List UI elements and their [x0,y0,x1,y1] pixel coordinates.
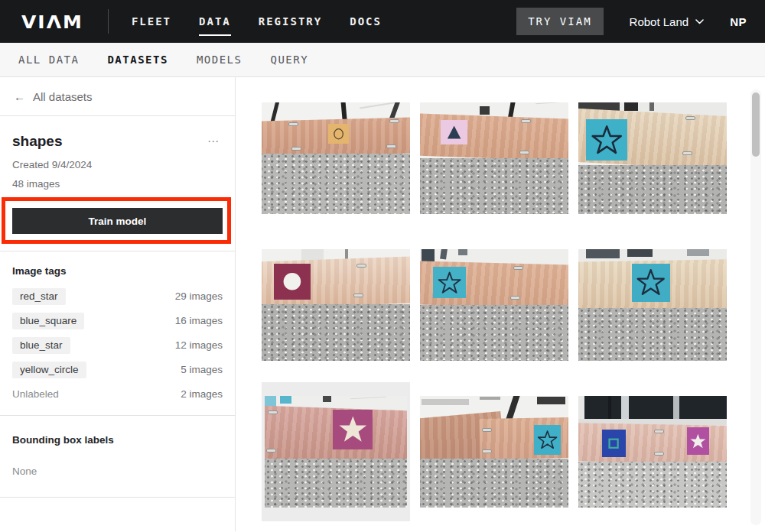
photo-thumbnail [578,102,727,214]
try-viam-button[interactable]: TRY VIAM [516,8,603,35]
tag-count: 5 images [181,364,223,375]
carpet-floor [578,308,727,361]
dataset-created-date: Created 9/4/2024 [12,159,223,170]
tab-query[interactable]: QUERY [270,54,308,66]
circle-fill-icon [278,268,307,295]
square-outline-icon [604,433,623,454]
metal-bracket [386,144,396,148]
data-section-tabs: ALL DATA DATASETS MODELS QUERY [0,43,765,77]
tab-models[interactable]: MODELS [197,54,243,66]
board-corner-teal-star[interactable] [420,396,568,508]
top-nav: VIΛM FLEET DATA REGISTRY DOCS TRY VIAM R… [0,0,765,43]
tag-pill-blue-star[interactable]: blue_star [12,337,70,354]
tag-pill-yellow-circle[interactable]: yellow_circle [12,362,86,378]
metal-bracket [288,122,298,126]
board-teal-star-close[interactable] [578,102,727,214]
bounding-box-heading: Bounding box labels [12,434,223,446]
back-all-datasets-link[interactable]: ← All datasets [14,90,93,103]
carpet-floor [262,304,410,361]
train-model-button[interactable]: Train model [12,208,223,234]
photo-thumbnail [420,249,568,361]
tab-datasets[interactable]: DATASETS [107,54,168,66]
triangle-fill-icon [444,123,464,142]
star-fill-card [333,410,373,450]
metal-bracket [513,266,523,270]
board-teal-star-center[interactable] [578,249,727,361]
chevron-down-icon [695,19,704,24]
star-outline-icon [437,271,462,295]
nav-item-data[interactable]: DATA [199,15,231,28]
carpet-floor [420,158,568,214]
star-outline-icon [636,268,666,297]
scrollbar-thumb[interactable] [752,92,760,157]
metal-bracket [353,294,363,297]
tag-row-unlabeled: Unlabeled 2 images [12,385,223,403]
metal-bracket [510,296,520,300]
viam-logo[interactable]: VIΛM [21,11,83,32]
metal-bracket [482,449,492,453]
circle-outline-icon [330,126,347,141]
metal-bracket [389,119,399,123]
triangle-fill-card [441,120,467,144]
photo-thumbnail [265,396,407,508]
nav-divider [108,9,109,34]
star-fill-card [687,427,709,456]
tab-all-data[interactable]: ALL DATA [18,54,79,66]
photo-thumbnail [420,396,568,508]
nav-item-fleet[interactable]: FLEET [132,15,171,28]
scrollbar-track[interactable] [750,89,761,525]
metal-bracket [685,116,695,120]
dataset-title: shapes [12,133,62,150]
tag-pill-red-star[interactable]: red_star [12,288,66,305]
dataset-image-count: 48 images [12,178,223,190]
tag-row: blue_square 16 images [12,312,223,329]
board-pink-triangle[interactable] [420,102,568,214]
circle-fill-card [274,264,311,300]
circle-outline-card [328,124,349,144]
bounding-box-value: None [12,466,223,477]
star-outline-card [586,119,627,161]
metal-bracket [268,410,278,414]
tag-count: 2 images [181,388,223,400]
carpet-floor [578,165,727,214]
image-grid [262,102,727,508]
board-maroon-circle[interactable] [262,249,410,361]
overflow-menu-button[interactable]: ⋯ [204,133,223,150]
metal-bracket [356,264,366,268]
carpet-floor [578,462,727,508]
org-name: Robot Land [630,15,689,28]
user-avatar[interactable]: NP [730,15,747,28]
tag-row: yellow_circle 5 images [12,361,223,378]
image-tags-heading: Image tags [12,265,223,277]
board-blue-square-pink-star[interactable] [578,396,727,508]
metal-bracket [266,449,276,453]
tag-pill-blue-square[interactable]: blue_square [12,313,84,329]
tag-count: 29 images [175,290,223,302]
tag-row: blue_star 12 images [12,336,223,354]
tag-count: 12 images [175,339,223,351]
viam-data-app: VIΛM FLEET DATA REGISTRY DOCS TRY VIAM R… [0,0,765,532]
carpet-floor [420,305,568,361]
board-magenta-star-letterbox[interactable] [262,382,410,521]
star-fill-icon [689,430,707,452]
nav-item-registry[interactable]: REGISTRY [259,15,322,28]
carpet-floor [420,459,568,508]
metal-bracket [519,151,529,154]
board-yellow-circle[interactable] [262,102,410,214]
metal-bracket [482,428,492,432]
metal-bracket [654,452,664,456]
star-fill-icon [337,414,369,445]
dataset-sidebar: ← All datasets shapes ⋯ Created 9/4/2024… [0,77,236,531]
star-outline-card [534,425,561,455]
carpet-floor [262,154,410,214]
photo-thumbnail [578,396,727,508]
image-gallery [236,77,765,531]
org-selector[interactable]: Robot Land [630,15,705,28]
nav-item-docs[interactable]: DOCS [350,15,382,28]
tag-count: 16 images [175,315,223,326]
back-arrow-icon: ← [14,90,25,103]
dataset-summary: shapes ⋯ Created 9/4/2024 48 images Trai… [0,116,235,251]
carpet-floor [265,459,407,508]
photo-thumbnail [420,102,568,214]
board-teal-star-left[interactable] [420,249,568,361]
